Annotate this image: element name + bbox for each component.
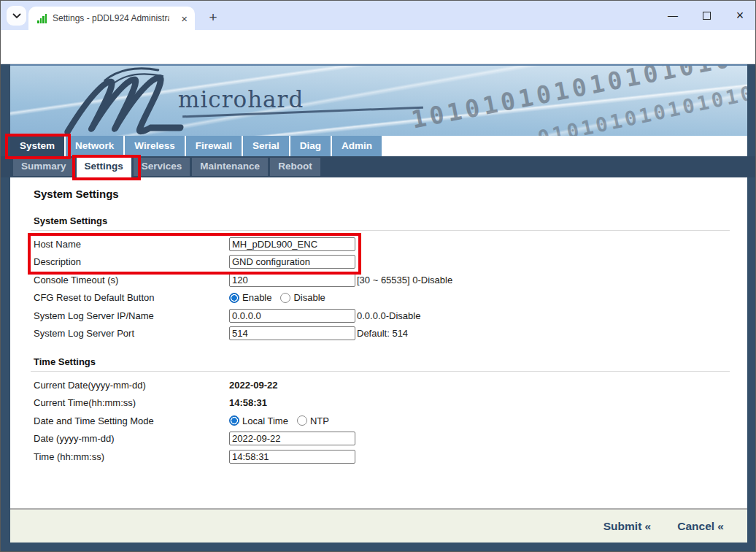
signal-bars-favicon-icon [37,14,47,23]
action-bar: Submit « Cancel « [10,508,747,543]
current-date-label: Current Date(yyyy-mm-dd) [34,380,229,391]
tab-search-button[interactable] [7,6,26,26]
subtab-settings[interactable]: Settings [77,158,131,177]
current-date-row: Current Date(yyyy-mm-dd) 2022-09-22 [10,376,747,394]
syslog-server-hint: 0.0.0.0-Disable [357,310,420,321]
time-input[interactable] [229,450,355,464]
page-title: System Settings [34,188,747,200]
syslog-server-label: System Log Server IP/Name [34,310,229,321]
console-timeout-input[interactable] [229,273,355,287]
description-row: Description [10,253,747,272]
maximize-icon [703,12,711,20]
nav-tab-network[interactable]: Network [66,136,123,156]
nav-tab-serial[interactable]: Serial [243,136,289,156]
current-time-value: 14:58:31 [229,397,267,408]
cancel-button[interactable]: Cancel « [677,520,724,533]
nav-tab-diag[interactable]: Diag [290,136,331,156]
syslog-server-input[interactable] [229,309,355,323]
syslog-port-input[interactable] [229,326,355,340]
submit-button[interactable]: Submit « [603,520,651,533]
section-divider [31,230,730,231]
nav-tab-wireless[interactable]: Wireless [125,136,184,156]
current-date-value: 2022-09-22 [229,380,278,391]
time-settings-section-title: Time Settings [34,356,747,367]
subtab-summary[interactable]: Summary [13,158,74,176]
local-time-label: Local Time [242,415,288,426]
nav-tab-system[interactable]: System [10,136,64,156]
subtab-reboot[interactable]: Reboot [270,158,320,176]
local-time-radio[interactable] [229,415,239,426]
browser-tabstrip: Settings - pDDL924 Administrat × + — × [1,1,756,30]
description-input[interactable] [229,255,355,269]
chevron-down-icon [12,13,21,19]
tab-title: Settings - pDDL924 Administrat [53,13,169,23]
nav-tab-admin[interactable]: Admin [332,136,382,156]
host-name-input[interactable] [229,237,355,251]
content-area: System Settings System Settings Host Nam… [10,177,747,508]
main-nav: System Network Wireless Firewall Serial … [10,136,747,156]
new-tab-button[interactable]: + [204,8,223,27]
browser-toolbar: ← → ↻ ⚠ Not secure 192.168.8.4/cgi-bin/w… [1,30,756,64]
subtab-maintenance[interactable]: Maintenance [192,158,268,176]
cfg-reset-label: CFG Reset to Default Button [34,292,229,303]
site-header: 1010101010101010101 010101010101010 micr… [10,64,747,136]
date-row: Date (yyyy-mm-dd) [10,430,747,448]
syslog-port-hint: Default: 514 [357,328,408,339]
cfg-reset-disable-label: Disable [293,292,325,303]
syslog-port-row: System Log Server Port Default: 514 [10,325,747,343]
window-controls: — × [656,1,756,30]
sub-nav: Summary Settings Services Maintenance Re… [1,156,756,177]
browser-tab[interactable]: Settings - pDDL924 Administrat × [28,7,195,30]
cfg-reset-disable-radio[interactable] [280,293,290,303]
maximize-button[interactable] [690,1,723,30]
syslog-server-row: System Log Server IP/Name 0.0.0.0-Disabl… [10,307,747,325]
cfg-reset-enable-label: Enable [242,292,271,303]
date-input[interactable] [229,432,355,445]
nav-tab-firewall[interactable]: Firewall [186,136,242,156]
console-timeout-label: Console Timeout (s) [34,275,229,285]
subtab-services[interactable]: Services [134,158,190,176]
console-timeout-hint: [30 ~ 65535] 0-Disable [357,275,452,285]
cfg-reset-enable-radio[interactable] [229,293,239,303]
console-timeout-row: Console Timeout (s) [30 ~ 65535] 0-Disab… [10,271,747,289]
syslog-port-label: System Log Server Port [34,328,229,339]
time-label: Time (hh:mm:ss) [34,451,229,462]
window-close-button[interactable]: × [723,1,756,30]
host-name-row: Host Name [10,235,747,253]
ntp-radio[interactable] [297,415,307,426]
logo-wordmark: microhard [178,86,304,112]
current-time-label: Current Time(hh:mm:ss) [34,397,229,408]
host-name-label: Host Name [34,239,229,250]
ntp-label: NTP [310,415,329,426]
time-settings-rows: Current Date(yyyy-mm-dd) 2022-09-22 Curr… [10,376,747,466]
system-settings-section-title: System Settings [34,215,747,226]
cfg-reset-row: CFG Reset to Default Button Enable Disab… [10,289,747,307]
minimize-button[interactable]: — [656,1,690,30]
description-label: Description [34,256,229,267]
system-settings-rows: Host Name Description Console Timeout (s… [10,235,747,342]
section-divider [31,371,730,372]
datetime-mode-row: Date and Time Setting Mode Local Time NT… [10,412,747,430]
datetime-mode-label: Date and Time Setting Mode [34,415,229,426]
time-row: Time (hh:mm:ss) [10,448,747,466]
date-label: Date (yyyy-mm-dd) [34,433,229,444]
tab-close-icon[interactable]: × [180,13,189,24]
page-body: 1010101010101010101 010101010101010 micr… [1,64,756,552]
current-time-row: Current Time(hh:mm:ss) 14:58:31 [10,394,747,413]
